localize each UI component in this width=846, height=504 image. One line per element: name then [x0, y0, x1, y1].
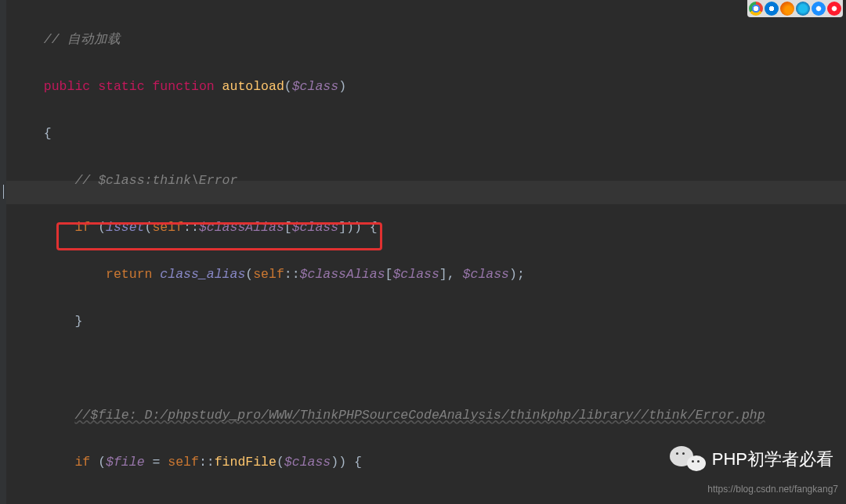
fn-findfile: findFile: [215, 455, 277, 470]
firefox-icon: [780, 2, 794, 16]
var-class: $class: [292, 79, 338, 94]
safari-icon: [812, 2, 826, 16]
comment-autoload: // 自动加载: [44, 32, 121, 47]
var-file: $file: [106, 455, 145, 470]
wechat-text: PHP初学者必看: [712, 448, 833, 471]
wechat-watermark: PHP初学者必看: [670, 445, 833, 474]
kw-static: static: [98, 79, 144, 94]
fn-isset: isset: [106, 220, 145, 235]
var-classalias: $classAlias: [199, 220, 284, 235]
kw-return: return: [106, 267, 152, 282]
csdn-url-watermark: https://blog.csdn.net/fangkang7: [707, 484, 838, 495]
chrome-icon: [749, 2, 763, 16]
fn-classalias: class_alias: [160, 267, 245, 282]
text-cursor: [3, 185, 4, 199]
browser-icons: [747, 0, 843, 17]
opera-icon: [827, 2, 841, 16]
kw-function: function: [152, 79, 214, 94]
ie-icon: [796, 2, 810, 16]
code-editor[interactable]: // 自动加载 public static function autoload(…: [0, 0, 846, 504]
comment-filenote: //$file: D:/phpstudy_pro/WWW/ThinkPHPSou…: [74, 408, 765, 423]
wechat-icon: [670, 445, 706, 474]
fn-autoload: autoload: [222, 79, 284, 94]
kw-public: public: [44, 79, 90, 94]
editor-gutter: [0, 0, 6, 504]
kw-if: if: [74, 220, 90, 235]
edge-icon: [765, 2, 779, 16]
comment-classnote: // $class:think\Error: [74, 173, 237, 188]
kw-self: self: [152, 220, 183, 235]
